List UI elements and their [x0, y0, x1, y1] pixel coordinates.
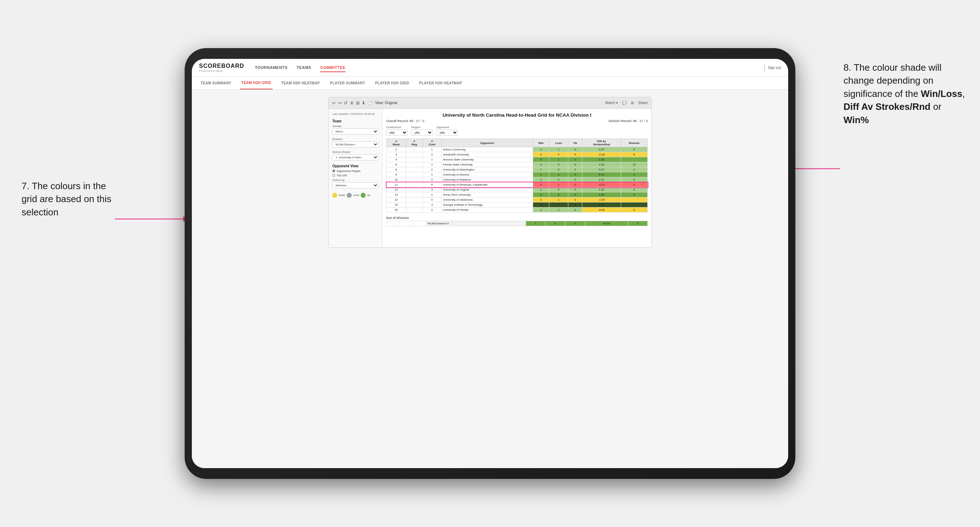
colour-by-select[interactable]: Win/loss	[332, 183, 379, 189]
filter-conference: Conference (All)	[386, 125, 408, 136]
pause-icon[interactable]: ⏸	[350, 100, 354, 106]
main-content: ↩ ↪ ↺ ⏸ ⊞ ⬇ 🕐 View: Original Watch ▾ 💬 ⊞…	[192, 90, 788, 468]
redo-icon[interactable]: ↪	[338, 100, 342, 106]
cell-reg	[406, 187, 422, 192]
ood-conf	[413, 221, 426, 226]
cell-rounds: 2	[621, 172, 648, 177]
cell-rounds: 9	[621, 147, 648, 152]
cell-diff: -6.62	[582, 208, 621, 213]
cell-loss: 0	[549, 192, 568, 197]
th-diff: Diff AvStrokes/Rnd	[582, 139, 621, 147]
radio-top100[interactable]: Top 100	[332, 174, 379, 177]
sub-nav-player-h2h-heatmap[interactable]: PLAYER H2H HEATMAP	[418, 77, 463, 89]
cell-rounds: 12	[621, 162, 648, 167]
watch-button[interactable]: Watch ▾	[605, 101, 618, 105]
radio-label-opponents: Opponents Played	[337, 170, 360, 173]
ood-rounds: 3	[628, 221, 648, 226]
cell-win: 1	[533, 167, 549, 172]
h2h-table: #Rank #Reg #Conf Opponent Win Loss Tie D…	[386, 138, 648, 213]
share-button[interactable]: Share	[638, 101, 648, 105]
cell-conf: 1	[422, 147, 441, 152]
cell-opponent: University of Alabama	[442, 177, 533, 183]
cell-diff: 1.67	[582, 147, 621, 152]
radio-opponents-played[interactable]: Opponents Played	[332, 170, 379, 173]
cell-conf: 1	[422, 157, 441, 162]
cell-win: 4	[533, 162, 549, 167]
cell-conf: 2	[422, 208, 441, 213]
undo-icon[interactable]: ↩	[332, 100, 336, 106]
cell-diff: -1.00	[582, 197, 621, 202]
division-select[interactable]: NCAA Division I	[332, 141, 379, 148]
clock-icon[interactable]: 🕐	[368, 100, 373, 106]
cell-tie: 0	[568, 167, 582, 172]
filter-opponent: Opponent (All)	[436, 125, 458, 136]
cell-rounds: 9	[621, 202, 648, 208]
cell-reg: -	[406, 147, 422, 152]
cell-loss: 1	[549, 208, 568, 213]
sub-nav-player-h2h-grid[interactable]: PLAYER H2H GRID	[374, 77, 410, 89]
view-original-label[interactable]: View: Original	[375, 101, 397, 105]
fit-icon[interactable]: ⊞	[356, 100, 360, 106]
cell-reg	[406, 152, 422, 157]
cell-loss: 1	[549, 183, 568, 187]
school-select[interactable]: 1. University of Nort...	[332, 154, 379, 160]
filter-region: Region (All)	[411, 125, 433, 136]
nav-tournaments[interactable]: TOURNAMENTS	[255, 63, 288, 72]
ood-loss: 0	[545, 221, 565, 226]
cell-loss: 0	[549, 202, 568, 208]
cell-rounds: 3	[621, 187, 648, 192]
cell-tie: 0	[568, 197, 582, 202]
right-panel: University of North Carolina Head-to-Hea…	[383, 109, 651, 248]
cell-reg	[406, 208, 422, 213]
sub-nav-team-h2h-grid[interactable]: TEAM H2H GRID	[240, 77, 273, 89]
cell-conf: 2	[422, 167, 441, 172]
nav-teams[interactable]: TEAMS	[296, 63, 311, 72]
logo-sub: Powered by clippd	[199, 69, 244, 73]
cell-win: 2	[533, 147, 549, 152]
tablet-shell: SCOREBOARD Powered by clippd TOURNAMENTS…	[185, 48, 795, 479]
table-row: 12 3 University of Virginia 1 0 0 2.33 3	[387, 187, 648, 192]
cell-rank: 11	[387, 183, 406, 187]
cell-conf: 4	[422, 202, 441, 208]
nav-committee[interactable]: COMMITTEE	[320, 63, 345, 72]
cell-conf: 2	[422, 152, 441, 157]
sub-nav-team-summary[interactable]: TEAM SUMMARY	[199, 77, 233, 89]
cell-diff: 9.00	[582, 172, 621, 177]
opponent-select[interactable]: (All)	[436, 130, 458, 136]
toolbar-icons: ↩ ↪ ↺ ⏸ ⊞ ⬇ 🕐 View: Original	[332, 100, 397, 106]
conference-select[interactable]: (All)	[386, 130, 408, 136]
cell-tie: 0	[568, 208, 582, 213]
cell-rank: 14	[387, 197, 406, 202]
opponent-view-radio-group: Opponents Played Top 100	[332, 170, 379, 177]
cell-conf: 3	[422, 187, 441, 192]
arrow-left-icon	[115, 212, 194, 226]
sub-nav-player-summary[interactable]: PLAYER SUMMARY	[328, 77, 366, 89]
annotation-comma: ,	[963, 88, 965, 99]
cell-conf: 5	[422, 177, 441, 183]
cell-opponent: Vanderbilt University	[442, 152, 533, 157]
cell-reg	[406, 167, 422, 172]
cell-rank: 6	[387, 162, 406, 167]
ood-rank	[387, 221, 400, 226]
download-icon[interactable]: ⬇	[362, 100, 365, 106]
filter-region-label: Region	[411, 125, 433, 129]
cell-opponent: Auburn University	[442, 147, 533, 152]
cell-win: 5	[533, 202, 549, 208]
legend-down-label: Down	[339, 194, 345, 196]
cell-win: 1	[533, 187, 549, 192]
cell-win: 0	[533, 197, 549, 202]
gender-select[interactable]: Men's	[332, 129, 379, 135]
sign-out-button[interactable]: Sign out	[768, 66, 781, 70]
cell-reg	[406, 183, 422, 187]
region-select[interactable]: (All)	[411, 130, 433, 136]
cell-win: 3	[533, 192, 549, 197]
reset-icon[interactable]: ↺	[344, 100, 347, 106]
grid-icon[interactable]: ⊞	[631, 101, 634, 105]
report-records: Overall Record: 89 - 17 - 0 Division Rec…	[386, 119, 648, 123]
cell-win: 3	[533, 177, 549, 183]
feedback-icon[interactable]: 💬	[622, 101, 627, 105]
sub-nav-team-h2h-heatmap[interactable]: TEAM H2H HEATMAP	[280, 77, 321, 89]
table-row: 14 0 University of Oklahoma 0 1 0 -1.00	[387, 197, 648, 202]
cell-loss: 0	[549, 187, 568, 192]
cell-rank: 3	[387, 152, 406, 157]
